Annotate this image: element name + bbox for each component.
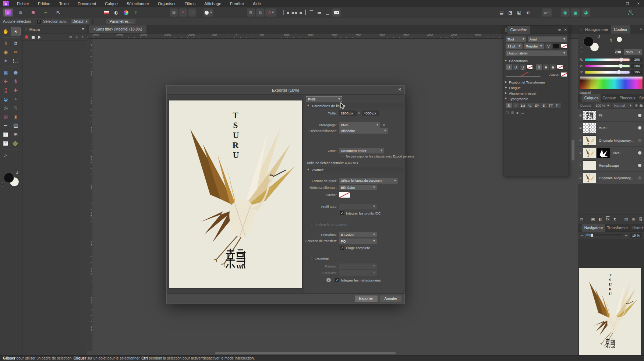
adjustment-layer-icon[interactable]: ◐ xyxy=(598,217,602,221)
transfer-dropdown[interactable]: PQ▼ xyxy=(339,238,377,244)
line-color-swatch[interactable] xyxy=(561,72,567,77)
panel-grip-icon[interactable]: || xyxy=(25,28,27,31)
export-button[interactable]: Exporter xyxy=(355,295,378,302)
macro-list-icon[interactable]: ≣ xyxy=(69,35,72,39)
fx-layer-icon[interactable]: fx xyxy=(606,217,609,221)
mesh-warp-tool[interactable]: ⊞ xyxy=(11,130,20,139)
delete-layer-icon[interactable] xyxy=(639,217,643,222)
channel-r-value[interactable]: 206 xyxy=(631,57,643,62)
vector-brush-tool[interactable]: ✣ xyxy=(1,77,10,86)
paint-brush-tool[interactable]: ✎ xyxy=(11,77,20,86)
color-spectrum[interactable] xyxy=(580,76,643,89)
tab-historique[interactable]: Historique xyxy=(630,224,644,232)
tab-canaux[interactable]: Canaux xyxy=(601,94,618,102)
panel-menu-icon[interactable]: ≡ xyxy=(81,27,85,31)
warp-tool[interactable]: ⧗ xyxy=(11,113,20,121)
font-family-dropdown[interactable]: Arial▼ xyxy=(528,36,567,42)
flood-select-tool[interactable]: ✐ xyxy=(11,48,20,56)
document-tab[interactable]: <Sans titre> [Modifié] (18.8%) xyxy=(89,25,146,33)
menu-affichage[interactable]: Affichage xyxy=(200,0,226,7)
zoom-value[interactable]: 19 % xyxy=(630,233,642,238)
blend-options-gear-icon[interactable]: ⚙ xyxy=(635,104,638,107)
account-icon[interactable] xyxy=(626,8,635,17)
advanced-resample-dropdown[interactable]: Bilinéaire▼ xyxy=(339,185,377,190)
histogram-clip-icon[interactable] xyxy=(102,8,111,17)
layer-row-remplissage[interactable]: ✎ Remplissage xyxy=(578,159,644,172)
section-alignement-visuel[interactable]: ▼Alignement visuel xyxy=(505,91,568,96)
strike-double-button[interactable]: S xyxy=(550,64,556,70)
parameters-button[interactable]: Paramètres... xyxy=(106,19,135,24)
zoom-slider[interactable] xyxy=(585,234,623,237)
fill-tool[interactable]: ⬟ xyxy=(11,68,20,77)
minimize-button[interactable]: — xyxy=(611,0,622,7)
channel-b-value[interactable]: 195 xyxy=(631,70,643,75)
macro-export-icon[interactable]: ↥ xyxy=(81,35,84,39)
primaries-dropdown[interactable]: BT.2020▼ xyxy=(339,232,377,237)
glyph-option-icon[interactable]: ▪ xyxy=(516,111,519,114)
clone-stamp-tool[interactable]: ⌖ xyxy=(11,95,20,103)
underline-double-button[interactable]: U xyxy=(520,64,526,70)
embed-icc-checkbox[interactable]: ✓ xyxy=(340,211,344,215)
horizontal-scrollbar[interactable] xyxy=(215,352,396,354)
file-settings-section-header[interactable]: ▼Paramètres de fichier xyxy=(307,103,404,109)
maximize-button[interactable]: ❐ xyxy=(622,0,633,7)
channel-b-slider[interactable] xyxy=(585,71,630,74)
underline-color-swatch[interactable] xyxy=(527,65,533,70)
group-layers-icon[interactable]: ▤ xyxy=(624,217,628,221)
tab-transformer[interactable]: Transformer xyxy=(605,224,630,232)
color-lock-icon[interactable] xyxy=(615,49,621,54)
resample-dropdown[interactable]: Bilinéaire▼ xyxy=(339,128,388,134)
primary-color-swatch[interactable] xyxy=(583,36,594,47)
zoom-in-icon[interactable]: + xyxy=(624,234,628,238)
strike-single-button[interactable]: S xyxy=(543,64,549,70)
tab-stock[interactable]: Stock xyxy=(637,94,644,102)
font-category-dropdown[interactable]: Tout▼ xyxy=(506,36,526,42)
auto-select-dropdown[interactable]: Défaut▼ xyxy=(71,19,89,24)
export-format-dropdown[interactable]: PNG▼ xyxy=(306,96,342,102)
channel-r-slider[interactable] xyxy=(585,59,630,61)
layer-row-pixel[interactable]: ⚙ Pixel xyxy=(578,147,644,159)
line-style-selector[interactable] xyxy=(506,72,541,77)
shape-tool[interactable] xyxy=(11,121,20,130)
layer-visibility-toggle[interactable] xyxy=(638,151,641,155)
layer-visibility-toggle[interactable] xyxy=(638,126,641,130)
auto-select-checkbox[interactable]: ✓ xyxy=(37,20,41,24)
no-fill-swatch[interactable] xyxy=(2,182,3,187)
menu-fichier[interactable]: Fichier xyxy=(13,0,33,7)
zoom-tool[interactable]: ⌕ xyxy=(1,151,10,159)
glyph-option-icon[interactable]: ▢ xyxy=(506,111,509,114)
case-button[interactable]: T⁺ xyxy=(555,103,561,108)
dont-export-checkbox[interactable] xyxy=(340,155,344,159)
liquify-persona-icon[interactable]: ≋ xyxy=(15,8,26,17)
panel-grip-icon[interactable]: || xyxy=(580,28,582,31)
photo-persona-icon[interactable]: A xyxy=(3,8,13,17)
ruler-tool[interactable]: ▤ xyxy=(11,139,20,148)
export-width-input[interactable]: 2900 px xyxy=(339,110,357,116)
selection-intersect-icon[interactable]: ⬚ xyxy=(188,8,196,17)
color-mode-dropdown[interactable]: RVB▼ xyxy=(624,49,642,55)
swap-colors-icon[interactable]: ↺ xyxy=(15,171,18,175)
place-image-tool[interactable]: ▦ xyxy=(1,68,10,77)
macro-record-button[interactable] xyxy=(25,35,28,39)
advanced-section-header[interactable]: ▼Avancé xyxy=(307,167,404,173)
duplicate-layer-icon[interactable]: ⧉ xyxy=(580,217,583,221)
strike-color-swatch[interactable] xyxy=(557,65,563,70)
section-typographie[interactable]: ▼Typographie xyxy=(505,96,568,101)
panel-menu-icon[interactable]: ≡ xyxy=(558,28,561,32)
paint-mode-icon[interactable]: ✎ xyxy=(131,8,140,17)
quick-mask-icon[interactable]: ▼ xyxy=(204,8,213,17)
layer-visibility-toggle[interactable] xyxy=(638,114,641,117)
healing-tool[interactable]: ✚ xyxy=(11,86,20,95)
wand-tool[interactable]: ✶ xyxy=(1,57,10,65)
develop-persona-icon[interactable]: ❋ xyxy=(28,8,38,17)
boolean-add-icon[interactable]: ◉ xyxy=(561,8,570,17)
primary-color-swatch[interactable] xyxy=(4,173,14,183)
selection-new-icon[interactable]: ▦ xyxy=(170,8,178,17)
glyph-option-icon[interactable]: ▥ xyxy=(511,111,514,114)
artistic-text-tool[interactable]: T xyxy=(1,139,10,148)
layer-row-tsuru[interactable]: ▣ tsuru xyxy=(578,122,644,134)
decorations-section[interactable]: ▼Décorations xyxy=(505,58,568,63)
text-style-dropdown[interactable]: [Aucun style]▼ xyxy=(506,50,567,56)
erase-tool[interactable]: ◍ xyxy=(1,113,10,121)
menu-aide[interactable]: Aide xyxy=(248,0,265,7)
